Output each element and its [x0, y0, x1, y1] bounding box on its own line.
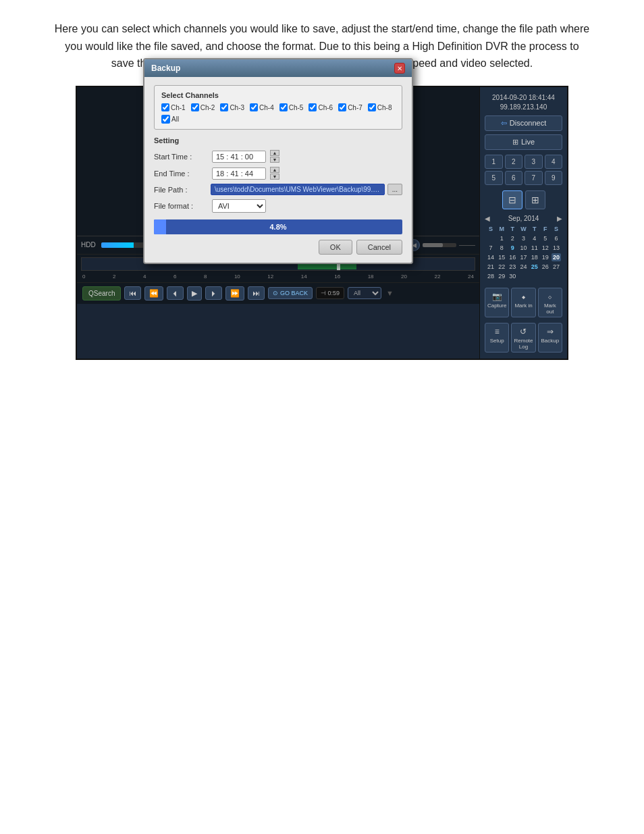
channel-check-6[interactable]: Ch-6	[308, 103, 333, 111]
go-back-button[interactable]: ⊙ GO BACK	[268, 287, 313, 299]
calendar-next-btn[interactable]: ▶	[557, 215, 562, 222]
mark-out-button[interactable]: ⬦ Mark out	[538, 288, 562, 317]
end-time-row: End Time : ▲ ▼	[154, 167, 402, 180]
setup-button[interactable]: ≡ Setup	[485, 323, 509, 353]
ip-display: 99.189.213.140	[485, 103, 562, 112]
disconnect-button[interactable]: ⇦ Disconnect	[485, 115, 562, 131]
channel-1-checkbox[interactable]	[161, 103, 169, 111]
channel-btn-5[interactable]: 5	[485, 171, 503, 185]
setting-title: Setting	[154, 136, 402, 145]
channel-check-1[interactable]: Ch-1	[161, 103, 186, 111]
start-time-input[interactable]	[212, 151, 266, 163]
screenshot-container: Backup ✕ Select Channels	[76, 86, 568, 360]
cancel-button[interactable]: Cancel	[356, 240, 402, 255]
channel-check-4[interactable]: Ch-4	[250, 103, 274, 111]
channel-check-8[interactable]: Ch-8	[368, 103, 392, 111]
channel-5-checkbox[interactable]	[279, 103, 288, 111]
ok-button[interactable]: OK	[319, 240, 352, 255]
calendar-grid: S M T W T F S 1 2 3 4	[485, 224, 562, 282]
file-path-input[interactable]	[211, 184, 385, 195]
channel-btn-7[interactable]: 7	[525, 171, 543, 185]
backup-dialog: Backup ✕ Select Channels	[143, 58, 413, 264]
all-checkbox[interactable]	[161, 115, 170, 124]
sidebar-datetime: 2014-09-20 18:41:44 99.189.213.140	[483, 90, 564, 113]
channel-7-checkbox[interactable]	[338, 103, 346, 111]
backup-button[interactable]: ⇒ Backup	[538, 323, 562, 353]
cal-header-w: W	[518, 225, 528, 233]
end-time-spinner[interactable]: ▲ ▼	[270, 167, 279, 180]
dropdown-arrow: ▼	[386, 289, 394, 297]
action-row-2: ≡ Setup ↺ Remote Log ⇒ Backup	[485, 323, 562, 353]
step-forward-button[interactable]: ⏵	[205, 286, 222, 300]
channel-btn-2[interactable]: 2	[505, 155, 523, 169]
cal-header-m: M	[497, 225, 506, 233]
dialog-title-bar: Backup ✕	[144, 59, 412, 77]
mark-in-button[interactable]: ⬥ Mark in	[511, 288, 535, 317]
cal-header-s2: S	[552, 225, 561, 233]
right-sidebar: 2014-09-20 18:41:44 99.189.213.140 ⇦ Dis…	[479, 87, 567, 359]
channel-btn-1[interactable]: 1	[485, 155, 503, 169]
today-date[interactable]: 20	[552, 253, 561, 261]
all-channels-check[interactable]: All	[161, 115, 395, 124]
file-path-label: File Path :	[154, 186, 208, 194]
end-spin-down[interactable]: ▼	[270, 174, 279, 180]
file-format-select[interactable]: AVI MP4	[212, 199, 266, 213]
start-time-spinner[interactable]: ▲ ▼	[270, 150, 279, 163]
channel-check-2[interactable]: Ch-2	[191, 103, 215, 111]
end-spin-up[interactable]: ▲	[270, 167, 279, 173]
file-path-row: File Path : ...	[154, 184, 402, 195]
channel-buttons-grid: 1 2 3 4 5 6 7 9	[485, 155, 562, 185]
layout-grid-btn[interactable]: ⊞	[525, 190, 545, 209]
remote-log-button[interactable]: ↺ Remote Log	[511, 323, 535, 353]
remote-log-icon: ↺	[520, 327, 527, 336]
end-time-input[interactable]	[212, 167, 266, 180]
disconnect-icon: ⇦	[501, 119, 507, 128]
dialog-overlay: Backup ✕ Select Channels	[77, 87, 479, 236]
volume-right-spacer: ——	[459, 240, 475, 250]
channel-check-7[interactable]: Ch-7	[338, 103, 363, 111]
channel-btn-6[interactable]: 6	[505, 171, 523, 185]
channel-2-checkbox[interactable]	[191, 103, 199, 111]
spin-down[interactable]: ▼	[270, 157, 279, 163]
channel-3-checkbox[interactable]	[220, 103, 228, 111]
channel-btn-9[interactable]: 9	[545, 171, 563, 185]
channel-btn-4[interactable]: 4	[545, 155, 563, 169]
channel-check-5[interactable]: Ch-5	[279, 103, 304, 111]
step-back-button[interactable]: ⏴	[167, 286, 184, 300]
channel-6-checkbox[interactable]	[308, 103, 317, 111]
fast-forward-button[interactable]: ⏭	[248, 286, 265, 300]
setting-section: Setting Start Time : ▲ ▼	[154, 136, 402, 213]
channel-8-checkbox[interactable]	[368, 103, 376, 111]
progress-text: 4.8%	[269, 223, 286, 231]
cal-header-t2: T	[530, 225, 539, 233]
file-format-label: File format :	[154, 202, 208, 210]
volume-bar[interactable]	[423, 243, 456, 247]
datetime-display: 2014-09-20 18:41:44	[485, 93, 562, 103]
browse-button[interactable]: ...	[387, 184, 402, 195]
channel-filter-select[interactable]: All Ch-1 Ch-2 Ch-3 Ch-4 Ch-5 Ch-6 Ch-7 C…	[348, 287, 381, 299]
channel-check-3[interactable]: Ch-3	[220, 103, 244, 111]
dialog-footer: OK Cancel	[154, 240, 402, 255]
setup-icon: ≡	[495, 327, 500, 336]
live-label: Live	[521, 138, 535, 146]
channel-btn-3[interactable]: 3	[525, 155, 543, 169]
rewind-button[interactable]: ⏪	[144, 286, 163, 301]
rewind-fast-button[interactable]: ⏮	[124, 286, 141, 300]
layout-single-btn[interactable]: ⊟	[502, 190, 522, 209]
file-format-row: File format : AVI MP4	[154, 199, 402, 213]
search-button[interactable]: QSearch	[82, 286, 121, 301]
calendar-nav: ◀ Sep, 2014 ▶	[485, 215, 562, 222]
mark-in-icon: ⬥	[521, 292, 526, 301]
channel-4-checkbox[interactable]	[250, 103, 258, 111]
cal-header-t1: T	[508, 225, 517, 233]
dialog-close-button[interactable]: ✕	[394, 63, 405, 74]
forward-button[interactable]: ⏩	[225, 286, 244, 301]
select-channels-section: Select Channels Ch-1 Ch-2	[154, 85, 402, 130]
disconnect-label: Disconnect	[510, 119, 546, 127]
play-button[interactable]: ▶	[187, 286, 202, 301]
capture-button[interactable]: 📷 Capture	[485, 288, 509, 317]
spin-up[interactable]: ▲	[270, 150, 279, 156]
live-button[interactable]: ⊞ Live	[485, 134, 562, 150]
calendar-prev-btn[interactable]: ◀	[485, 215, 490, 222]
backup-icon: ⇒	[547, 327, 554, 336]
